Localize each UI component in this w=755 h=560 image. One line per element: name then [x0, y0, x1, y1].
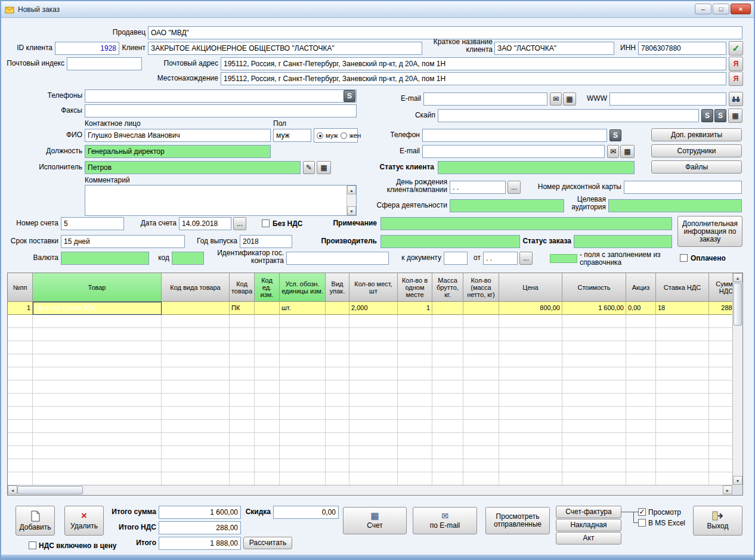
table-cell[interactable] [255, 433, 280, 446]
table-cell[interactable] [280, 354, 326, 367]
table-cell[interactable] [162, 341, 230, 354]
table-cell[interactable] [432, 380, 463, 394]
client-status-field[interactable] [438, 161, 635, 174]
table-cell[interactable] [255, 420, 280, 433]
table-cell[interactable] [33, 380, 162, 394]
table-cell[interactable] [398, 407, 432, 420]
column-header[interactable]: Код товара [230, 273, 255, 302]
table-cell[interactable] [562, 328, 626, 341]
table-cell[interactable] [326, 341, 349, 354]
table-cell[interactable] [499, 354, 562, 367]
column-header[interactable]: Вид упак. [326, 273, 349, 302]
compose-mail-icon-button[interactable]: ✉ [607, 145, 619, 158]
table-cell[interactable] [398, 380, 432, 394]
table-cell[interactable] [326, 328, 349, 341]
date-picker-button[interactable]: ... [233, 217, 246, 230]
table-cell[interactable] [626, 367, 656, 380]
table-cell[interactable] [230, 367, 255, 380]
total-vat-field[interactable]: 288,00 [159, 521, 241, 534]
table-cell[interactable] [432, 302, 463, 315]
table-cell[interactable] [33, 420, 162, 433]
column-header[interactable]: Код ед. изм. [255, 273, 280, 302]
table-cell[interactable] [8, 367, 33, 380]
table-cell[interactable] [326, 394, 349, 407]
table-cell[interactable] [499, 433, 562, 446]
table-cell[interactable] [326, 354, 349, 367]
table-cell[interactable] [656, 354, 709, 367]
table-cell[interactable] [162, 433, 230, 446]
table-cell[interactable]: 1 [8, 302, 33, 315]
scroll-up-icon[interactable]: ▲ [733, 273, 742, 282]
table-cell[interactable] [626, 394, 656, 407]
table-cell[interactable] [626, 354, 656, 367]
table-cell[interactable] [230, 394, 255, 407]
table-cell[interactable] [349, 367, 398, 380]
preview-checkbox[interactable]: ✓ [638, 508, 646, 516]
table-cell[interactable] [230, 446, 255, 459]
table-cell[interactable] [432, 394, 463, 407]
table-cell[interactable] [656, 420, 709, 433]
position-field[interactable]: Генеральный директор [85, 145, 271, 158]
table-cell[interactable] [8, 354, 33, 367]
table-cell[interactable] [656, 380, 709, 394]
add-button[interactable]: Добавить [16, 506, 55, 536]
year-field[interactable]: 2018 [240, 235, 292, 248]
table-cell[interactable] [432, 420, 463, 433]
table-cell[interactable] [8, 380, 33, 394]
location-field[interactable]: 195112, Россия, г Санкт-Петербург, Занев… [221, 72, 726, 85]
table-icon-button[interactable]: ▦ [563, 92, 576, 106]
extra-requisites-button[interactable]: Доп. реквизиты [651, 128, 742, 141]
table-cell[interactable] [432, 472, 463, 485]
table-cell[interactable] [33, 407, 162, 420]
table-cell[interactable] [463, 446, 499, 459]
table-cell[interactable] [33, 446, 162, 459]
table-cell[interactable] [280, 394, 326, 407]
table-cell[interactable] [398, 315, 432, 328]
table-cell[interactable] [656, 433, 709, 446]
client-field[interactable]: ЗАКРЫТОЕ АКЦИОНЕРНОЕ ОБЩЕСТВО "ЛАСТОЧКА" [148, 42, 422, 55]
table-cell[interactable] [280, 433, 326, 446]
table-cell[interactable] [626, 459, 656, 472]
table-cell[interactable]: 1 600,00 [562, 302, 626, 315]
table-cell[interactable]: 18 [656, 302, 709, 315]
table-cell[interactable] [326, 380, 349, 394]
table-cell[interactable] [626, 341, 656, 354]
table-cell[interactable] [255, 328, 280, 341]
table-cell[interactable] [656, 472, 709, 485]
table-cell[interactable] [230, 354, 255, 367]
vertical-scrollbar[interactable]: ▲ ▼ [732, 273, 742, 485]
table-cell[interactable] [398, 420, 432, 433]
manufacturer-field[interactable] [380, 235, 520, 248]
table-cell[interactable] [656, 341, 709, 354]
scroll-left-icon[interactable]: ◄ [8, 485, 17, 494]
table-cell[interactable] [562, 407, 626, 420]
scroll-down-icon[interactable]: ▼ [347, 206, 356, 215]
table-cell[interactable] [255, 380, 280, 394]
table-cell[interactable] [626, 433, 656, 446]
binoculars-icon-button[interactable] [729, 92, 743, 106]
table-cell[interactable] [230, 315, 255, 328]
table-cell[interactable] [398, 446, 432, 459]
table-cell[interactable] [349, 433, 398, 446]
column-header[interactable]: Кол-во (масса нетто, кг) [463, 273, 499, 302]
table-cell[interactable] [499, 394, 562, 407]
currency-code-field[interactable] [172, 252, 204, 265]
table-cell[interactable] [255, 315, 280, 328]
table-cell[interactable] [626, 446, 656, 459]
gender-value-field[interactable]: муж [273, 129, 311, 142]
table-cell[interactable] [499, 328, 562, 341]
compose-mail-icon-button[interactable]: ✉ [550, 92, 562, 106]
table-cell[interactable] [463, 394, 499, 407]
total-field[interactable]: 1 888,00 [159, 537, 241, 550]
table-cell[interactable] [280, 446, 326, 459]
inn-field[interactable]: 7806307880 [638, 42, 726, 55]
table-cell[interactable] [562, 354, 626, 367]
table-cell[interactable] [562, 433, 626, 446]
phone-field[interactable] [422, 129, 607, 142]
table-cell[interactable] [230, 420, 255, 433]
table-cell[interactable] [33, 472, 162, 485]
vat-included-checkbox[interactable] [29, 542, 36, 549]
table-icon-button[interactable]: ▦ [317, 161, 331, 174]
table-cell[interactable] [230, 472, 255, 485]
table-cell[interactable] [162, 420, 230, 433]
